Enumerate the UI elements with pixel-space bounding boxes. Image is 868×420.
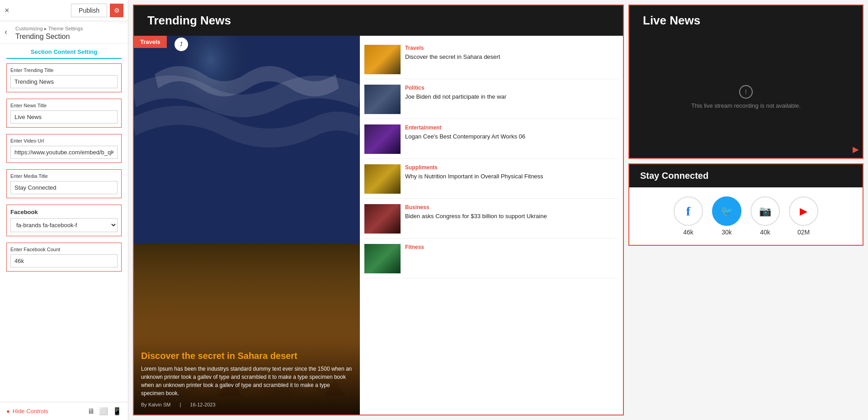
trending-section: Trending News: [133, 5, 624, 415]
facebook-count-input[interactable]: [10, 254, 118, 267]
media-title-input[interactable]: [10, 181, 118, 194]
news-thumb-1: [364, 45, 401, 74]
media-title-label: Enter Media Title: [10, 173, 118, 179]
facebook-count-group: Enter Facebook Count: [6, 243, 122, 272]
news-title-group: Enter News Title: [6, 99, 122, 128]
social-icons-row: f 46k 🐦 30k 📷 40k ▶ 02M: [629, 187, 863, 245]
nav-back-button[interactable]: ‹: [5, 27, 7, 37]
news-info-4: Suppliments Why is Nutrition Important i…: [405, 164, 618, 181]
facebook-social: f 46k: [674, 196, 703, 236]
featured-author: By Kalvin SM: [141, 402, 170, 407]
featured-overlay: Discover the secret in Sahara desert Lor…: [134, 342, 360, 415]
trending-title-label: Enter Trending Title: [10, 67, 118, 73]
left-panel: × Publish ⚙ ‹ Customizing ▸ Theme Settin…: [0, 0, 128, 420]
news-title-input[interactable]: [10, 110, 118, 124]
trending-featured: Travels ⤴ Discover the secret in Sahara …: [134, 36, 360, 415]
right-column: Live News ! This live stream recording i…: [628, 5, 863, 415]
tablet-icon[interactable]: ⬜: [99, 407, 108, 415]
news-title-2: Joe Biden did not participate in the war: [405, 93, 618, 101]
news-title-4: Why is Nutrition Important in Overall Ph…: [405, 172, 618, 181]
facebook-count-label: Enter Facebook Count: [10, 247, 118, 252]
breadcrumb: Customizing ▸ Theme Settings: [15, 26, 122, 32]
panel-scroll: Enter Trending Title Enter News Title En…: [0, 63, 128, 420]
facebook-icon-select[interactable]: fa-brands fa-facebook-f: [10, 218, 118, 232]
video-url-group: Enter Video Url: [6, 134, 122, 163]
stay-connected-section: Stay Connected f 46k 🐦 30k 📷 40k: [628, 163, 863, 246]
news-category-6: Fitness: [405, 244, 618, 250]
stay-header-triangle: [719, 170, 732, 182]
trending-header-title: Trending News: [134, 5, 607, 36]
mobile-icon[interactable]: 📱: [113, 407, 122, 415]
news-category-1: Travels: [405, 45, 618, 51]
news-info-2: Politics Joe Biden did not participate i…: [405, 85, 618, 101]
publish-button[interactable]: Publish: [71, 4, 107, 17]
instagram-social: 📷 40k: [750, 196, 780, 236]
facebook-group: Facebook fa-brands fa-facebook-f: [6, 205, 122, 236]
preview-area: Trending News: [128, 0, 868, 420]
live-news-triangle: [847, 13, 863, 29]
twitter-social: 🐦 30k: [712, 196, 741, 236]
section-content-setting: Section Content Setting: [6, 44, 122, 59]
video-url-label: Enter Video Url: [10, 138, 118, 143]
news-thumb-6: [364, 244, 401, 273]
trending-content: Travels ⤴ Discover the secret in Sahara …: [134, 36, 623, 415]
live-video-placeholder: ! This live stream recording is not avai…: [629, 36, 863, 158]
featured-meta: By Kalvin SM | 16-12-2023: [141, 402, 353, 407]
share-button[interactable]: ⤴: [175, 38, 188, 51]
twitter-circle[interactable]: 🐦: [712, 196, 741, 226]
news-list: Travels Discover the secret in Sahara de…: [360, 36, 623, 415]
device-icons: 🖥 ⬜ 📱: [87, 407, 122, 415]
trending-title-input[interactable]: [10, 75, 118, 88]
instagram-count: 40k: [760, 229, 770, 236]
trending-title-group: Enter Trending Title: [6, 63, 122, 92]
stay-connected-header: Stay Connected: [629, 164, 863, 187]
video-url-input[interactable]: [10, 146, 118, 159]
featured-date: 16-12-2023: [190, 402, 215, 407]
featured-description: Lorem Ipsum has been the industrys stand…: [141, 365, 353, 397]
youtube-circle[interactable]: ▶: [789, 196, 818, 226]
live-news-header: Live News: [629, 5, 863, 36]
news-title-1: Discover the secret in Sahara desert: [405, 53, 618, 61]
youtube-icon: ▶: [853, 144, 859, 154]
news-category-3: Entertainment: [405, 124, 618, 131]
twitter-count: 30k: [722, 229, 732, 236]
live-news-title: Live News: [629, 5, 847, 36]
news-info-5: Business Biden asks Congress for $33 bil…: [405, 204, 618, 220]
top-bar: × Publish ⚙: [0, 0, 128, 21]
breadcrumb-area: ‹ Customizing ▸ Theme Settings Trending …: [0, 21, 128, 44]
desktop-icon[interactable]: 🖥: [87, 407, 94, 415]
video-unavailable-message: This live stream recording is not availa…: [691, 102, 801, 109]
list-item: Business Biden asks Congress for $33 bil…: [364, 200, 618, 239]
section-title: Trending Section: [15, 33, 122, 41]
close-button[interactable]: ×: [5, 6, 9, 15]
news-category-5: Business: [405, 204, 618, 210]
facebook-count: 46k: [683, 229, 693, 236]
stay-connected-title: Stay Connected: [629, 164, 719, 187]
trending-header: Trending News: [134, 5, 623, 36]
news-thumb-3: [364, 124, 401, 154]
hide-controls-label: Hide Controls: [13, 408, 48, 415]
list-item: Travels Discover the secret in Sahara de…: [364, 40, 618, 79]
hide-controls-icon: ●: [6, 408, 10, 415]
featured-category: Travels: [134, 36, 167, 48]
news-info-3: Entertainment Logan Cee's Best Contempor…: [405, 124, 618, 141]
main-area: Trending News: [128, 0, 868, 420]
news-title-5: Biden asks Congress for $33 billion to s…: [405, 212, 618, 220]
news-thumb-5: [364, 204, 401, 234]
facebook-circle[interactable]: f: [674, 196, 703, 226]
featured-title: Discover the secret in Sahara desert: [141, 351, 353, 361]
news-thumb-2: [364, 85, 401, 114]
gear-button[interactable]: ⚙: [110, 4, 123, 17]
trending-header-triangle: [607, 13, 623, 29]
instagram-circle[interactable]: 📷: [750, 196, 780, 226]
news-category-2: Politics: [405, 85, 618, 91]
hide-controls-button[interactable]: ● Hide Controls: [6, 408, 48, 415]
bottom-bar: ● Hide Controls 🖥 ⬜ 📱: [0, 402, 128, 420]
news-title-label: Enter News Title: [10, 103, 118, 108]
live-news-section: Live News ! This live stream recording i…: [628, 5, 863, 159]
youtube-count: 02M: [797, 229, 810, 236]
news-category-4: Suppliments: [405, 164, 618, 171]
media-title-group: Enter Media Title: [6, 169, 122, 198]
list-item: Politics Joe Biden did not participate i…: [364, 80, 618, 119]
list-item: Fitness: [364, 239, 618, 278]
